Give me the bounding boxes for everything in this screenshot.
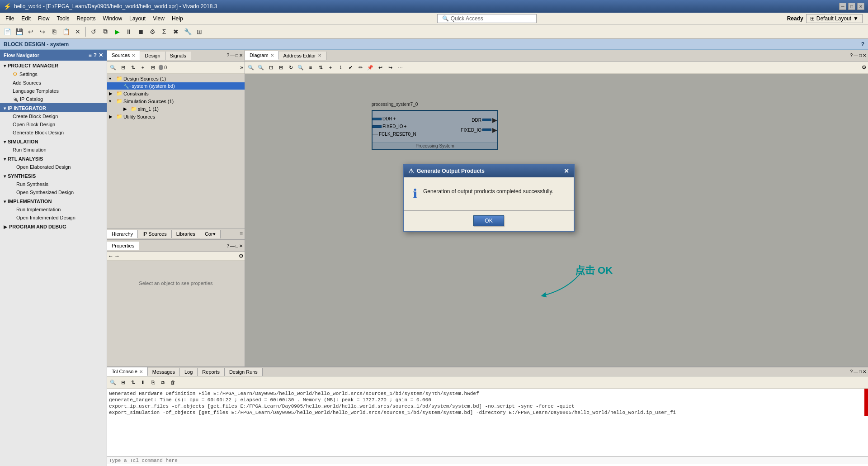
stop-button[interactable]: ⏹: [135, 26, 146, 37]
tcl-copy2-btn[interactable]: ⧉: [158, 378, 167, 387]
tool2-button[interactable]: 🔧: [182, 26, 193, 37]
delete-button[interactable]: ✕: [72, 26, 83, 37]
zoom-out-btn[interactable]: 🔍: [256, 63, 265, 72]
section-ip-integrator[interactable]: ▾ IP INTEGRATOR: [0, 103, 107, 112]
paste-button[interactable]: 📋: [61, 26, 71, 37]
tcl-delete-btn[interactable]: 🗑: [168, 378, 177, 387]
nav-language-templates[interactable]: Language Templates: [0, 87, 107, 95]
nav-open-synthesized[interactable]: Open Synthesized Design: [0, 188, 107, 196]
tree-system-bd[interactable]: 🔧 ▪ system (system.bd): [107, 82, 245, 90]
expand-all-btn[interactable]: ⇅: [128, 63, 137, 72]
maximize-button[interactable]: □: [848, 3, 855, 10]
props-back-btn[interactable]: ←: [108, 253, 113, 259]
nav-open-implemented[interactable]: Open Implemented Design: [0, 214, 107, 222]
tree-utility[interactable]: ▶ 📁 Utility Sources: [107, 113, 245, 120]
copy-button[interactable]: ⎘: [49, 26, 60, 37]
distribute-btn[interactable]: ⇅: [316, 63, 325, 72]
tab-tcl-console[interactable]: Tcl Console ✕: [107, 367, 148, 376]
tcl-search-btn[interactable]: 🔍: [108, 378, 118, 387]
help-icon-bottom[interactable]: ?: [850, 369, 853, 374]
quick-access-box[interactable]: 🔍 Quick Access: [437, 14, 537, 23]
nav-run-implementation[interactable]: Run Implementation: [0, 205, 107, 214]
tcl-pause-btn[interactable]: ⏸: [138, 378, 147, 387]
tab-log[interactable]: Log: [180, 368, 198, 376]
nav-generate-block[interactable]: Generate Block Design: [0, 128, 107, 137]
add-ip-btn[interactable]: +: [326, 63, 335, 72]
section-rtl-analysis[interactable]: ▾ RTL ANALYSIS: [0, 154, 107, 163]
pause-button[interactable]: ⏸: [123, 26, 134, 37]
redo-button[interactable]: ↪: [37, 26, 48, 37]
undo-diag-btn[interactable]: ↩: [376, 63, 385, 72]
close-icon-bottom[interactable]: ✕: [863, 369, 866, 374]
close-icon-diag[interactable]: ✕: [863, 53, 866, 58]
section-project-manager[interactable]: ▾ PROJECT MANAGER: [0, 61, 107, 70]
refresh-btn[interactable]: ⊞: [148, 63, 157, 72]
undo-button[interactable]: ↩: [25, 26, 36, 37]
tree-sim-sources[interactable]: ▾ 📁 Simulation Sources (1): [107, 97, 245, 105]
validate-btn[interactable]: ✔: [346, 63, 355, 72]
tab-reports[interactable]: Reports: [198, 368, 225, 376]
select-btn[interactable]: ⊞: [276, 63, 285, 72]
more-btn[interactable]: »: [240, 64, 243, 71]
close-icon-props[interactable]: ✕: [239, 243, 243, 248]
tab-address-editor[interactable]: Address Editor ✕: [279, 52, 326, 60]
float-icon-props[interactable]: □: [236, 243, 238, 248]
redo-diag-btn[interactable]: ↪: [386, 63, 395, 72]
tcl-command-input[interactable]: [109, 458, 866, 463]
tab-libraries[interactable]: Libraries: [172, 230, 200, 238]
float-icon-bottom[interactable]: □: [859, 369, 862, 374]
more-diag-btn[interactable]: ⋯: [396, 63, 405, 72]
flow-nav-icon3[interactable]: ✕: [99, 52, 103, 58]
nav-settings[interactable]: ⚙ Settings: [0, 70, 107, 79]
zoom-in-btn[interactable]: 🔍: [246, 63, 255, 72]
minimize-button[interactable]: ─: [839, 3, 846, 10]
tab-address-close[interactable]: ✕: [318, 53, 321, 58]
tab-properties[interactable]: Properties: [107, 242, 139, 250]
tab-design-runs[interactable]: Design Runs: [225, 368, 263, 376]
section-simulation[interactable]: ▾ SIMULATION: [0, 137, 107, 146]
tab-ip-sources[interactable]: IP Sources: [138, 230, 172, 238]
tab-signals[interactable]: Signals: [165, 52, 191, 60]
tab-hierarchy[interactable]: Hierarchy: [107, 230, 138, 238]
tab-diagram-close[interactable]: ✕: [270, 53, 274, 58]
menu-help[interactable]: Help: [168, 14, 187, 23]
nav-ip-catalog[interactable]: 🔌 IP Catalog: [0, 95, 107, 103]
minimize-icon-diag[interactable]: —: [854, 53, 858, 58]
menu-layout[interactable]: Layout: [126, 14, 149, 23]
tree-sim1[interactable]: ▶ 📁 sim_1 (1): [107, 105, 245, 113]
close2-button[interactable]: ✖: [170, 26, 181, 37]
settings-button[interactable]: ⚙: [147, 26, 158, 37]
fit-btn[interactable]: ⊡: [266, 63, 275, 72]
tree-design-sources[interactable]: ▾ 📁 Design Sources (1): [107, 75, 245, 82]
default-layout-dropdown[interactable]: ⊞ Default Layout ▼: [806, 14, 863, 23]
undo2-button[interactable]: ↺: [88, 26, 99, 37]
nav-run-synthesis[interactable]: Run Synthesis: [0, 180, 107, 188]
menu-flow[interactable]: Flow: [34, 14, 53, 23]
menu-edit[interactable]: Edit: [18, 14, 34, 23]
nav-add-sources[interactable]: Add Sources: [0, 79, 107, 87]
props-forward-btn[interactable]: →: [114, 253, 120, 259]
copy2-button[interactable]: ⧉: [100, 26, 111, 37]
menu-reports[interactable]: Reports: [73, 14, 99, 23]
tcl-collapse-btn[interactable]: ⊟: [118, 378, 127, 387]
section-implementation[interactable]: ▾ IMPLEMENTATION: [0, 196, 107, 205]
nav-run-simulation[interactable]: Run Simulation: [0, 146, 107, 154]
close-icon-src[interactable]: ✕: [239, 53, 243, 58]
menu-window[interactable]: Window: [99, 14, 126, 23]
tab-messages[interactable]: Messages: [148, 368, 180, 376]
menu-file[interactable]: File: [2, 14, 18, 23]
modal-ok-button[interactable]: OK: [473, 215, 504, 226]
nav-create-block[interactable]: Create Block Design: [0, 112, 107, 120]
add-wire-btn[interactable]: ⤹: [336, 63, 345, 72]
add-sources-btn[interactable]: +: [138, 63, 147, 72]
flow-nav-icon1[interactable]: ≡: [89, 52, 92, 58]
tcl-expand-btn[interactable]: ⇅: [128, 378, 137, 387]
sigma-button[interactable]: Σ: [159, 26, 170, 37]
tab-diagram[interactable]: Diagram ✕: [245, 51, 279, 60]
float-icon-diag[interactable]: □: [859, 53, 862, 58]
float-icon-src[interactable]: □: [236, 53, 238, 58]
tab-sources-close[interactable]: ✕: [132, 53, 135, 58]
new-button[interactable]: 📄: [2, 26, 13, 37]
align-btn[interactable]: ≡: [306, 63, 315, 72]
mark-btn[interactable]: ✏: [356, 63, 365, 72]
